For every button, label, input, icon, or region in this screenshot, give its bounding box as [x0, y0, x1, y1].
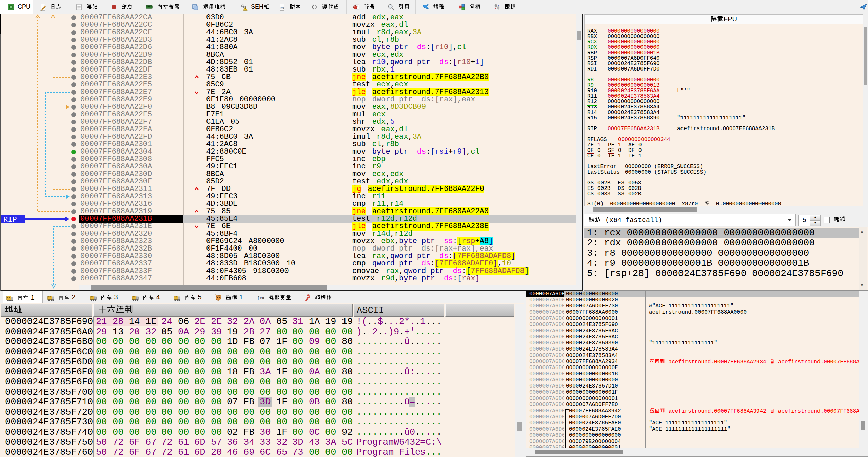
svg-text:RIP: RIP	[3, 216, 17, 224]
svg-text:[x=]: [x=]	[257, 296, 264, 300]
